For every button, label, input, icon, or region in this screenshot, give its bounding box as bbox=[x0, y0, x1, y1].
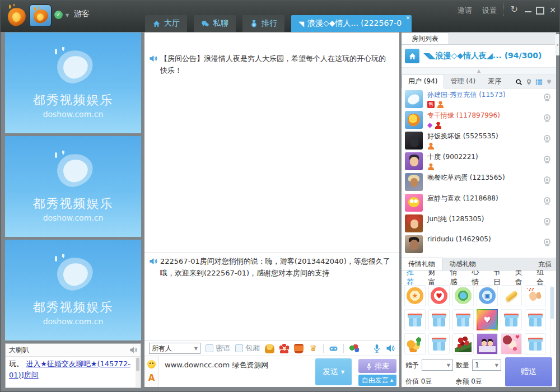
recharge-link[interactable]: 充值 bbox=[538, 260, 552, 269]
gift-item-kiss-face[interactable] bbox=[501, 333, 522, 354]
minimize-button[interactable] bbox=[525, 6, 531, 13]
tab-ranking[interactable]: 排行 bbox=[242, 15, 284, 32]
video-panel[interactable]: 都秀视频娱乐 doshow.com.cn bbox=[5, 32, 141, 133]
gift-item-love-card[interactable] bbox=[477, 309, 498, 330]
font-icon[interactable]: A bbox=[148, 373, 155, 383]
gift-item-gift-box[interactable] bbox=[428, 333, 450, 354]
user-row[interactable]: 十度 (9002221) bbox=[402, 151, 556, 171]
tab-managers[interactable]: 管理 (4) bbox=[444, 75, 482, 88]
trophy-gift-icon[interactable]: ♛ bbox=[309, 344, 318, 353]
tab-room-active[interactable]: ◥ 浪漫◇◆情人... (222567-0 ✕ bbox=[291, 15, 412, 32]
status-caret-icon[interactable]: ▼ bbox=[66, 13, 69, 18]
user-avatar[interactable] bbox=[405, 214, 423, 232]
user-row[interactable]: 好饭换坏饭 (5525535) bbox=[402, 130, 556, 151]
user-row[interactable]: 专干情缘 (117897996) ◆ bbox=[402, 109, 556, 130]
user-avatar[interactable] bbox=[405, 132, 423, 150]
webcam-icon[interactable] bbox=[543, 238, 552, 247]
user-avatar[interactable] bbox=[405, 90, 423, 108]
tab-mic-order[interactable]: 麦序 bbox=[482, 75, 507, 88]
gift-scrollbar[interactable] bbox=[550, 286, 554, 356]
free-talk-button[interactable]: 自由发言▲ bbox=[358, 375, 396, 386]
user-row[interactable]: riridudu (1462905) bbox=[402, 234, 556, 254]
flower-gift-icon[interactable] bbox=[279, 344, 289, 353]
maximize-button[interactable] bbox=[536, 7, 544, 15]
speaker-icon[interactable] bbox=[129, 346, 137, 354]
webcam-icon[interactable] bbox=[543, 93, 552, 102]
online-status-icon[interactable]: ✓ bbox=[54, 11, 63, 19]
user-row[interactable]: Jun¦純 (1285305) bbox=[402, 213, 556, 234]
room-home-button[interactable] bbox=[405, 49, 419, 63]
room-title[interactable]: ◥◣浪漫◇◆情人夜◢... (94/300) bbox=[423, 51, 542, 61]
gift-item-wheel-globe[interactable] bbox=[452, 285, 474, 306]
user-row[interactable]: 寂静与喜欢 (1218688) bbox=[402, 192, 556, 213]
audience-select[interactable]: 所有人▼ bbox=[149, 343, 200, 354]
gift-item-clap-hands[interactable] bbox=[525, 285, 546, 306]
user-name[interactable]: 孙建国-秀豆充值 (11573) bbox=[427, 90, 506, 100]
panel-collapse-handle[interactable]: ◂ bbox=[555, 34, 559, 55]
lantern-gift-icon[interactable] bbox=[294, 344, 304, 353]
speaker-icon[interactable] bbox=[386, 344, 395, 353]
invite-menu[interactable]: 邀请 bbox=[458, 6, 472, 16]
user-avatar[interactable] bbox=[405, 173, 423, 191]
tab-motion-gifts[interactable]: 动感礼物 bbox=[442, 258, 483, 270]
booth-checkbox[interactable] bbox=[235, 344, 243, 352]
webcam-icon[interactable] bbox=[543, 197, 552, 206]
room-list-tab[interactable]: 房间列表 bbox=[402, 32, 449, 44]
gift-item-gift-box[interactable] bbox=[428, 309, 450, 330]
mic-queue-button[interactable]: 排麦 bbox=[358, 359, 396, 373]
location-pin-icon[interactable] bbox=[525, 78, 533, 86]
gift-item-gold-mic[interactable] bbox=[501, 285, 522, 306]
chat-input[interactable]: www.downcc.com 绿色资源网 bbox=[165, 360, 268, 370]
horn-room-link[interactable]: 进入★征婚交友聊吧★(145772-01)]房间 bbox=[9, 360, 130, 379]
gem-view-icon[interactable] bbox=[545, 78, 553, 86]
tab-users[interactable]: 用户 (94) bbox=[402, 74, 444, 88]
gamepad-icon[interactable] bbox=[329, 344, 338, 353]
user-avatar[interactable] bbox=[405, 152, 423, 170]
user-name[interactable]: 寂静与喜欢 (1218688) bbox=[427, 194, 498, 203]
horn-scrollbar[interactable] bbox=[136, 357, 140, 387]
search-icon[interactable] bbox=[515, 78, 522, 86]
stamp-gift-icon[interactable] bbox=[265, 344, 274, 353]
webcam-icon[interactable] bbox=[543, 114, 552, 123]
gift-item-gift-box[interactable] bbox=[525, 309, 546, 330]
gift-item-couple-card[interactable] bbox=[477, 333, 498, 354]
user-avatar[interactable] bbox=[405, 111, 423, 129]
send-button[interactable]: 发送▼ bbox=[315, 358, 352, 385]
webcam-icon[interactable] bbox=[543, 134, 552, 143]
booth-checkbox-group[interactable]: 包厢 bbox=[235, 343, 260, 353]
microphone-icon[interactable] bbox=[372, 344, 381, 353]
gift-item-gift-box[interactable] bbox=[452, 309, 474, 330]
tab-private-chat[interactable]: 私聊 bbox=[194, 15, 236, 32]
secret-checkbox[interactable] bbox=[206, 344, 213, 352]
tab-close-icon[interactable]: ✕ bbox=[406, 16, 410, 21]
gift-item-wheel-orange[interactable] bbox=[404, 285, 426, 306]
give-gift-button[interactable]: 赠送 bbox=[505, 357, 552, 386]
gift-item-gift-box[interactable] bbox=[525, 333, 546, 354]
user-name[interactable]: 专干情缘 (117897996) bbox=[427, 111, 500, 120]
list-view-icon[interactable] bbox=[535, 78, 543, 86]
user-name[interactable]: Jun¦純 (1285305) bbox=[427, 214, 484, 224]
gift-item-beer-snacks[interactable] bbox=[404, 333, 426, 354]
video-panel[interactable]: 都秀视频娱乐 doshow.com.cn bbox=[5, 240, 141, 340]
webcam-icon[interactable] bbox=[543, 155, 552, 164]
give-to-select[interactable]: ▼ bbox=[422, 360, 453, 371]
refresh-icon[interactable]: ↻ bbox=[511, 4, 518, 15]
balloons-icon[interactable] bbox=[349, 344, 360, 353]
gift-item-gift-box[interactable] bbox=[404, 309, 426, 330]
user-name[interactable]: riridudu (1462905) bbox=[427, 235, 491, 243]
secret-checkbox-group[interactable]: 密语 bbox=[206, 343, 230, 353]
user-row[interactable]: 晚餐吃草鸡蛋 (1213565) bbox=[402, 171, 556, 192]
webcam-icon[interactable] bbox=[543, 176, 552, 185]
avatar[interactable] bbox=[30, 5, 51, 26]
user-name[interactable]: 晚餐吃草鸡蛋 (1213565) bbox=[427, 173, 505, 183]
webcam-icon[interactable] bbox=[543, 217, 552, 226]
tab-love-gifts[interactable]: 传情礼物 bbox=[402, 258, 442, 270]
close-button[interactable]: ✕ bbox=[549, 6, 556, 14]
settings-menu[interactable]: 设置 bbox=[482, 6, 497, 16]
video-panel[interactable]: 都秀视频娱乐 doshow.com.cn bbox=[5, 136, 141, 237]
user-avatar[interactable] bbox=[405, 194, 423, 212]
gift-item-gift-box[interactable] bbox=[501, 309, 522, 330]
user-avatar[interactable] bbox=[405, 235, 423, 253]
gift-item-wheel-gift[interactable] bbox=[477, 285, 498, 306]
gift-item-rose-bouquet[interactable] bbox=[452, 333, 474, 354]
